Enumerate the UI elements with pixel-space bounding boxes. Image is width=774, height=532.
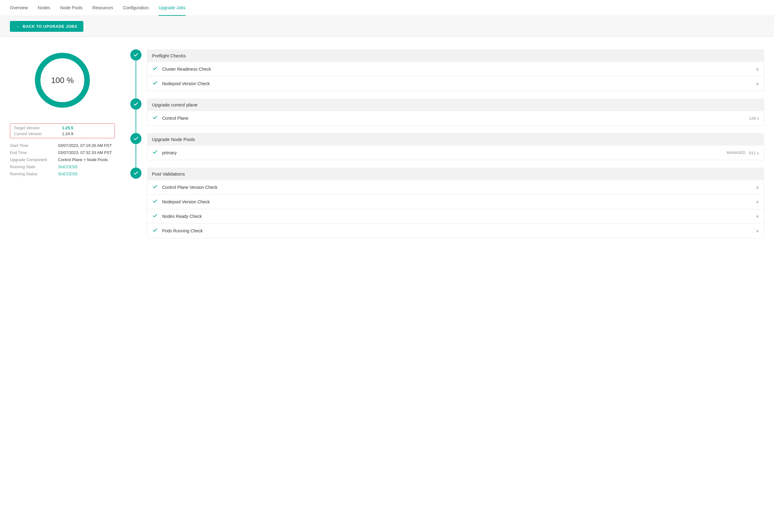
section-header-1: Upgrade control plane (147, 98, 764, 111)
check-success-icon (152, 80, 158, 87)
check-label-3-3: Pods Running Check (162, 228, 748, 233)
end-time-value: 03/07/2023, 07:32:33 AM PST (58, 150, 112, 155)
section-content-1: Upgrade control planeControl Plane128 s (147, 98, 764, 126)
back-to-upgrade-jobs-button[interactable]: ← BACK TO UPGRADE JOBS (10, 21, 83, 32)
running-status-label: Running Status (10, 172, 53, 176)
check-label-3-0: Control Plane Version Check (162, 185, 748, 190)
running-status-value: SUCCESS (58, 172, 77, 176)
section-header-3: Post Validations (147, 168, 764, 180)
upgrade-component-label: Upgrade Component (10, 157, 53, 162)
check-label-0-1: Nodepool Version Check (162, 81, 748, 86)
timeline-dot-1 (130, 98, 141, 110)
timeline-col-0 (127, 49, 144, 98)
target-version-row: Target Version 1.25.5 (14, 126, 111, 130)
check-item-3-0[interactable]: Control Plane Version Check∨ (147, 180, 764, 194)
nav-upgrade-jobs[interactable]: Upgrade Jobs (158, 0, 185, 16)
chevron-down-icon: ∨ (756, 185, 759, 190)
section-content-3: Post ValidationsControl Plane Version Ch… (147, 168, 764, 238)
left-panel: 100 % Target Version 1.25.5 Current Vers… (10, 49, 115, 246)
check-success-icon (152, 66, 158, 73)
start-time-value: 03/07/2023, 07:19:26 AM PST (58, 143, 112, 148)
check-item-3-2[interactable]: Nodes Ready Check∨ (147, 209, 764, 223)
end-time-row: End Time 03/07/2023, 07:32:33 AM PST (10, 150, 115, 155)
top-navigation: Overview Nodes Node Pools Resources Conf… (0, 0, 774, 16)
timeline-line-2 (135, 144, 136, 168)
chevron-down-icon: ∨ (756, 67, 759, 72)
running-state-label: Running State (10, 164, 53, 169)
check-items-2: primaryMANAGED611 s (147, 146, 764, 160)
check-time-2-0: 611 s (749, 151, 759, 155)
check-label-3-2: Nodes Ready Check (162, 214, 748, 219)
timeline-line-0 (135, 60, 136, 98)
timeline-col-3 (127, 168, 144, 246)
timeline-dot-3 (130, 168, 141, 179)
check-badge-2-0: MANAGED (727, 151, 746, 155)
check-item-2-0: primaryMANAGED611 s (147, 146, 764, 160)
current-version-row: Current Version 1.24.9 (14, 131, 111, 136)
timeline-col-2 (127, 133, 144, 168)
current-version-label: Current Version (14, 131, 57, 136)
timeline-dot-2 (130, 133, 141, 144)
timeline-line-1 (135, 110, 136, 133)
check-label-0-0: Cluster Readiness Check (162, 67, 748, 72)
section-content-0: Preflight ChecksCluster Readiness Check∨… (147, 49, 764, 91)
check-time-1-0: 128 s (749, 116, 759, 121)
check-items-0: Cluster Readiness Check∨Nodepool Version… (147, 62, 764, 91)
target-version-value: 1.25.5 (62, 126, 73, 130)
section-header-0: Preflight Checks (147, 49, 764, 62)
current-version-value: 1.24.9 (62, 131, 73, 136)
section-block-3: Post ValidationsControl Plane Version Ch… (127, 168, 764, 246)
donut-wrapper: 100 % (31, 49, 93, 111)
check-success-icon (152, 213, 158, 220)
section-block-0: Preflight ChecksCluster Readiness Check∨… (127, 49, 764, 98)
timeline: Preflight ChecksCluster Readiness Check∨… (127, 49, 764, 246)
target-version-label: Target Version (14, 126, 57, 130)
check-item-3-3[interactable]: Pods Running Check∨ (147, 223, 764, 238)
chevron-down-icon: ∨ (756, 81, 759, 86)
section-block-2: Upgrade Node PoolsprimaryMANAGED611 s (127, 133, 764, 168)
check-items-1: Control Plane128 s (147, 111, 764, 126)
upgrade-component-value: Control Plane + Node Pools (58, 157, 108, 162)
info-table: Target Version 1.25.5 Current Version 1.… (10, 123, 115, 176)
nav-configuration[interactable]: Configuration (123, 0, 148, 16)
check-success-icon (152, 149, 158, 156)
chevron-down-icon: ∨ (756, 199, 759, 204)
nav-resources[interactable]: Resources (92, 0, 113, 16)
main-content: 100 % Target Version 1.25.5 Current Vers… (0, 37, 774, 258)
nav-node-pools[interactable]: Node Pools (60, 0, 82, 16)
check-label-3-1: Nodepool Version Check (162, 199, 748, 204)
check-items-3: Control Plane Version Check∨Nodepool Ver… (147, 180, 764, 238)
running-state-row: Running State SUCCESS (10, 164, 115, 169)
running-state-value: SUCCESS (58, 164, 77, 169)
check-label-2-0: primary (162, 150, 721, 155)
donut-percent-label: 100 % (51, 76, 74, 85)
section-header-2: Upgrade Node Pools (147, 133, 764, 146)
check-label-1-0: Control Plane (162, 116, 745, 121)
progress-donut: 100 % (10, 49, 115, 111)
check-success-icon (152, 115, 158, 122)
back-button-label: BACK TO UPGRADE JOBS (23, 24, 77, 29)
arrow-left-icon: ← (16, 24, 20, 29)
section-block-1: Upgrade control planeControl Plane128 s (127, 98, 764, 133)
check-item-1-0: Control Plane128 s (147, 111, 764, 125)
check-item-0-1[interactable]: Nodepool Version Check∨ (147, 76, 764, 91)
timeline-col-1 (127, 98, 144, 133)
chevron-down-icon: ∨ (756, 228, 759, 233)
check-item-0-0[interactable]: Cluster Readiness Check∨ (147, 62, 764, 76)
right-panel: Preflight ChecksCluster Readiness Check∨… (127, 49, 764, 246)
nav-nodes[interactable]: Nodes (38, 0, 50, 16)
check-success-icon (152, 198, 158, 205)
nav-overview[interactable]: Overview (10, 0, 28, 16)
check-success-icon (152, 184, 158, 191)
start-time-label: Start Time (10, 143, 53, 148)
start-time-row: Start Time 03/07/2023, 07:19:26 AM PST (10, 143, 115, 148)
check-success-icon (152, 227, 158, 234)
back-bar: ← BACK TO UPGRADE JOBS (0, 16, 774, 37)
chevron-down-icon: ∨ (756, 214, 759, 219)
end-time-label: End Time (10, 150, 53, 155)
timeline-dot-0 (130, 49, 141, 60)
upgrade-component-row: Upgrade Component Control Plane + Node P… (10, 157, 115, 162)
check-item-3-1[interactable]: Nodepool Version Check∨ (147, 194, 764, 209)
section-content-2: Upgrade Node PoolsprimaryMANAGED611 s (147, 133, 764, 160)
running-status-row: Running Status SUCCESS (10, 172, 115, 176)
